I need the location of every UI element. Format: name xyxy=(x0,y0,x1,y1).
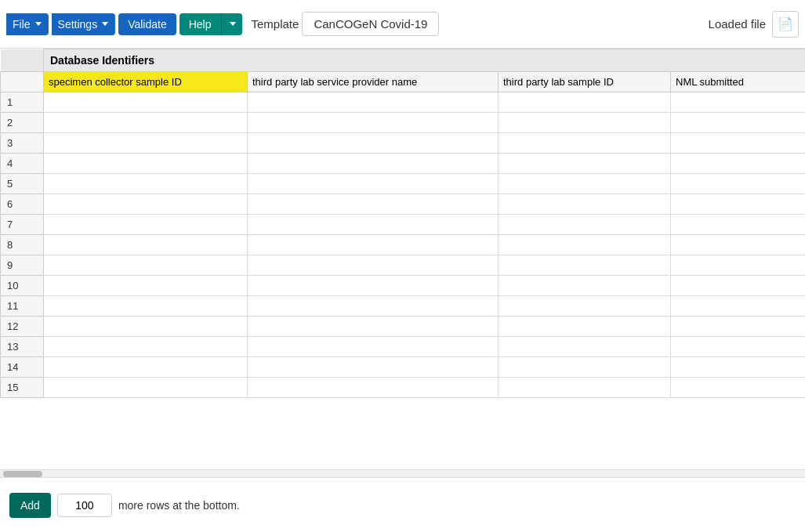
row-number: 7 xyxy=(1,215,44,235)
data-cell-specimen[interactable] xyxy=(44,133,248,154)
file-button-group: File xyxy=(6,13,49,35)
data-cell-third_party_id[interactable] xyxy=(499,215,671,235)
data-cell-third_party_name[interactable] xyxy=(248,378,499,398)
help-caret-button[interactable] xyxy=(222,13,242,35)
row-number: 10 xyxy=(1,276,44,296)
data-cell-nml[interactable] xyxy=(671,378,806,398)
data-cell-third_party_id[interactable] xyxy=(499,174,671,194)
scrollbar-thumb[interactable] xyxy=(3,471,42,477)
footer-suffix-text: more rows at the bottom. xyxy=(118,499,240,512)
data-table: Database Identifiers specimen collector … xyxy=(0,49,805,398)
group-header-row: Database Identifiers xyxy=(1,49,806,72)
data-cell-specimen[interactable] xyxy=(44,215,248,235)
row-number: 14 xyxy=(1,357,44,378)
table-row: 15 xyxy=(1,378,806,398)
data-cell-nml[interactable] xyxy=(671,317,806,337)
data-cell-nml[interactable] xyxy=(671,296,806,317)
data-cell-third_party_id[interactable] xyxy=(499,378,671,398)
data-cell-third_party_name[interactable] xyxy=(248,154,499,174)
col-header-third-party-id: third party lab sample ID xyxy=(499,72,671,92)
data-cell-specimen[interactable] xyxy=(44,113,248,133)
table-row: 3 xyxy=(1,133,806,154)
loaded-file-label: Loaded file xyxy=(709,17,766,31)
data-cell-third_party_name[interactable] xyxy=(248,113,499,133)
add-button[interactable]: Add xyxy=(9,493,51,518)
row-number: 3 xyxy=(1,133,44,154)
data-cell-nml[interactable] xyxy=(671,194,806,215)
data-cell-nml[interactable] xyxy=(671,337,806,357)
data-cell-nml[interactable] xyxy=(671,276,806,296)
col-header-row: specimen collector sample ID third party… xyxy=(1,72,806,92)
data-cell-nml[interactable] xyxy=(671,133,806,154)
data-cell-third_party_id[interactable] xyxy=(499,154,671,174)
data-cell-third_party_name[interactable] xyxy=(248,92,499,113)
file-button[interactable]: File xyxy=(6,13,49,35)
data-cell-third_party_name[interactable] xyxy=(248,194,499,215)
table-row: 13 xyxy=(1,337,806,357)
data-cell-specimen[interactable] xyxy=(44,255,248,276)
toolbar: File Settings Validate Help Template Can… xyxy=(0,0,805,49)
data-cell-nml[interactable] xyxy=(671,174,806,194)
corner-cell xyxy=(1,49,44,72)
data-cell-nml[interactable] xyxy=(671,255,806,276)
data-cell-specimen[interactable] xyxy=(44,378,248,398)
data-cell-nml[interactable] xyxy=(671,235,806,255)
validate-button[interactable]: Validate xyxy=(118,13,176,35)
group-header-cell: Database Identifiers xyxy=(44,49,806,72)
data-cell-specimen[interactable] xyxy=(44,276,248,296)
data-cell-third_party_name[interactable] xyxy=(248,337,499,357)
data-cell-third_party_name[interactable] xyxy=(248,174,499,194)
table-row: 11 xyxy=(1,296,806,317)
data-cell-nml[interactable] xyxy=(671,357,806,378)
help-button[interactable]: Help xyxy=(179,13,222,35)
sheet-wrapper[interactable]: Database Identifiers specimen collector … xyxy=(0,49,805,469)
data-cell-third_party_name[interactable] xyxy=(248,255,499,276)
row-number: 2 xyxy=(1,113,44,133)
row-number: 12 xyxy=(1,317,44,337)
data-cell-third_party_name[interactable] xyxy=(248,317,499,337)
data-cell-specimen[interactable] xyxy=(44,92,248,113)
data-cell-nml[interactable] xyxy=(671,92,806,113)
data-cell-third_party_id[interactable] xyxy=(499,357,671,378)
table-body: 123456789101112131415 xyxy=(1,92,806,398)
data-cell-third_party_name[interactable] xyxy=(248,276,499,296)
data-cell-third_party_id[interactable] xyxy=(499,133,671,154)
data-cell-third_party_id[interactable] xyxy=(499,255,671,276)
data-cell-third_party_id[interactable] xyxy=(499,296,671,317)
data-cell-third_party_id[interactable] xyxy=(499,276,671,296)
data-cell-third_party_name[interactable] xyxy=(248,296,499,317)
data-cell-specimen[interactable] xyxy=(44,194,248,215)
loaded-file-button[interactable]: 📄 xyxy=(772,11,799,38)
data-cell-nml[interactable] xyxy=(671,154,806,174)
data-cell-third_party_id[interactable] xyxy=(499,194,671,215)
data-cell-specimen[interactable] xyxy=(44,357,248,378)
data-cell-nml[interactable] xyxy=(671,215,806,235)
row-number: 11 xyxy=(1,296,44,317)
data-cell-third_party_name[interactable] xyxy=(248,235,499,255)
data-cell-specimen[interactable] xyxy=(44,235,248,255)
data-cell-third_party_id[interactable] xyxy=(499,235,671,255)
settings-button[interactable]: Settings xyxy=(52,13,116,35)
data-cell-third_party_id[interactable] xyxy=(499,113,671,133)
table-row: 7 xyxy=(1,215,806,235)
data-cell-specimen[interactable] xyxy=(44,296,248,317)
data-cell-third_party_id[interactable] xyxy=(499,92,671,113)
help-button-group: Help xyxy=(179,13,242,35)
data-cell-specimen[interactable] xyxy=(44,154,248,174)
file-caret-icon xyxy=(35,22,42,26)
data-cell-third_party_name[interactable] xyxy=(248,133,499,154)
template-dropdown-button[interactable]: CanCOGeN Covid-19 xyxy=(302,12,439,36)
rows-input[interactable] xyxy=(57,494,112,517)
data-cell-nml[interactable] xyxy=(671,113,806,133)
data-cell-third_party_name[interactable] xyxy=(248,215,499,235)
row-number: 8 xyxy=(1,235,44,255)
data-cell-specimen[interactable] xyxy=(44,174,248,194)
data-cell-third_party_id[interactable] xyxy=(499,317,671,337)
data-cell-third_party_name[interactable] xyxy=(248,357,499,378)
data-cell-third_party_id[interactable] xyxy=(499,337,671,357)
horizontal-scrollbar[interactable] xyxy=(0,469,805,477)
row-number: 6 xyxy=(1,194,44,215)
data-cell-specimen[interactable] xyxy=(44,337,248,357)
validate-button-label: Validate xyxy=(128,18,167,31)
data-cell-specimen[interactable] xyxy=(44,317,248,337)
